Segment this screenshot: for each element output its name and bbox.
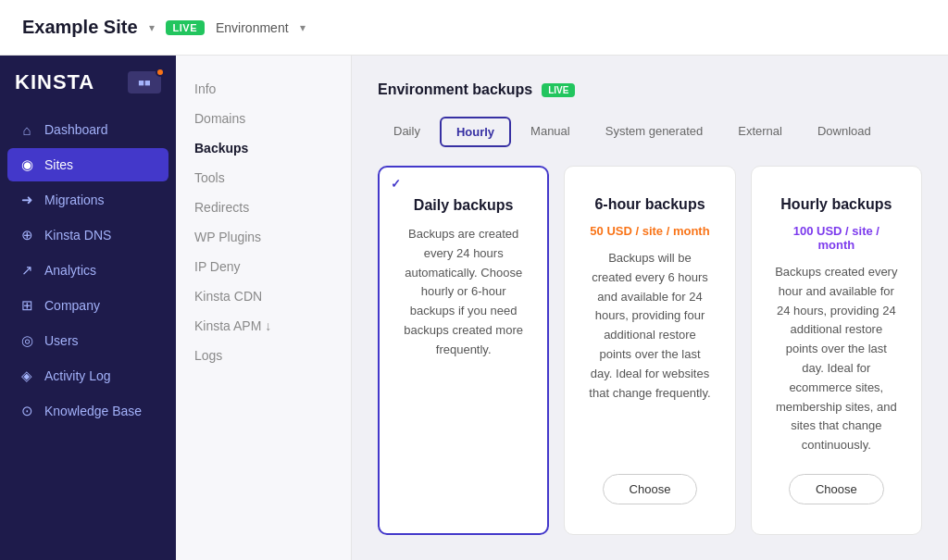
top-bar: Example Site ▾ LIVE Environment ▾	[0, 0, 948, 56]
env-chevron-icon[interactable]: ▾	[300, 21, 306, 34]
title-chevron-icon[interactable]: ▾	[149, 21, 155, 34]
sidebar-item-analytics[interactable]: ↗ Analytics	[7, 254, 168, 287]
users-icon: ◎	[19, 332, 35, 349]
avatar: ■■	[128, 71, 161, 93]
tab-external[interactable]: External	[722, 117, 798, 147]
env-label: Environment	[216, 20, 289, 35]
page-title: Example Site	[22, 17, 138, 38]
sidebar-item-label: Migrations	[44, 193, 105, 207]
sidebar-item-label: Kinsta DNS	[44, 228, 111, 243]
secondary-nav-redirects[interactable]: Redirects	[176, 193, 351, 222]
secondary-nav-ip-deny[interactable]: IP Deny	[176, 252, 351, 281]
section-header: Environment backups LIVE	[378, 81, 922, 98]
sidebar-nav: ⌂ Dashboard ◉ Sites ➜ Migrations ⊕ Kinst…	[0, 113, 176, 428]
card-six-hour-price: 50 USD / site / month	[590, 224, 709, 238]
secondary-sidebar: Info Domains Backups Tools Redirects WP …	[176, 56, 352, 560]
backup-cards: Daily backups Backups are created every …	[378, 166, 922, 535]
sidebar-item-label: Knowledge Base	[44, 404, 142, 418]
secondary-nav-logs[interactable]: Logs	[176, 341, 351, 370]
secondary-nav-domains[interactable]: Domains	[176, 104, 351, 133]
sidebar-item-label: Analytics	[44, 263, 96, 278]
card-hourly-title: Hourly backups	[780, 196, 892, 213]
secondary-nav-backups[interactable]: Backups	[176, 133, 351, 163]
sidebar-logo: KINSTA ■■	[0, 70, 176, 113]
sidebar-item-label: Activity Log	[44, 368, 111, 383]
card-daily-title: Daily backups	[414, 197, 514, 214]
sidebar-item-kinsta-dns[interactable]: ⊕ Kinsta DNS	[7, 218, 168, 252]
knowledge-base-icon: ⊙	[19, 403, 35, 419]
logo-text: KINSTA	[15, 70, 94, 94]
dns-icon: ⊕	[19, 227, 35, 243]
sidebar-item-knowledge-base[interactable]: ⊙ Knowledge Base	[7, 394, 168, 428]
dashboard-icon: ⌂	[19, 121, 35, 138]
migrations-icon: ➜	[19, 192, 35, 208]
content-area: Environment backups LIVE Daily Hourly Ma…	[352, 56, 948, 560]
card-six-hour: 6-hour backups 50 USD / site / month Bac…	[564, 166, 735, 535]
notification-dot	[156, 68, 165, 77]
choose-six-hour-button[interactable]: Choose	[603, 474, 698, 504]
card-hourly-price: 100 USD / site / month	[774, 224, 899, 252]
sidebar-item-dashboard[interactable]: ⌂ Dashboard	[7, 113, 168, 146]
sidebar-item-label: Sites	[44, 157, 73, 172]
tab-download[interactable]: Download	[802, 117, 887, 147]
sidebar-item-company[interactable]: ⊞ Company	[7, 289, 168, 322]
analytics-icon: ↗	[19, 262, 35, 279]
env-backups-live-badge: LIVE	[542, 83, 575, 97]
sidebar: KINSTA ■■ ⌂ Dashboard ◉ Sites ➜ Migratio…	[0, 56, 176, 560]
company-icon: ⊞	[19, 297, 35, 314]
card-hourly-desc: Backups created every hour and available…	[774, 263, 899, 455]
sidebar-item-users[interactable]: ◎ Users	[7, 324, 168, 357]
tab-daily[interactable]: Daily	[378, 117, 436, 147]
card-hourly: Hourly backups 100 USD / site / month Ba…	[751, 166, 922, 535]
choose-hourly-button[interactable]: Choose	[789, 474, 884, 504]
sidebar-item-activity-log[interactable]: ◈ Activity Log	[7, 359, 168, 392]
backup-tabs: Daily Hourly Manual System generated Ext…	[378, 117, 922, 147]
tab-system-generated[interactable]: System generated	[590, 117, 719, 147]
live-status-badge: LIVE	[166, 20, 205, 35]
secondary-nav-info[interactable]: Info	[176, 74, 351, 104]
secondary-nav-kinsta-cdn[interactable]: Kinsta CDN	[176, 281, 351, 311]
card-six-hour-title: 6-hour backups	[594, 196, 705, 213]
secondary-nav-wp-plugins[interactable]: WP Plugins	[176, 222, 351, 252]
tab-hourly[interactable]: Hourly	[440, 117, 511, 147]
card-daily: Daily backups Backups are created every …	[378, 166, 549, 535]
sidebar-item-label: Users	[44, 333, 79, 348]
section-title: Environment backups	[378, 81, 532, 98]
card-six-hour-desc: Backups will be created every 6 hours an…	[587, 249, 712, 403]
secondary-nav-tools[interactable]: Tools	[176, 163, 351, 193]
sites-icon: ◉	[19, 156, 35, 173]
sidebar-item-migrations[interactable]: ➜ Migrations	[7, 183, 168, 217]
card-daily-desc: Backups are created every 24 hours autom…	[402, 225, 525, 360]
sidebar-item-label: Dashboard	[44, 122, 108, 137]
tab-manual[interactable]: Manual	[515, 117, 586, 147]
secondary-nav-kinsta-apm[interactable]: Kinsta APM ↓	[176, 311, 351, 341]
sidebar-item-label: Company	[44, 298, 100, 313]
sidebar-item-sites[interactable]: ◉ Sites	[7, 148, 168, 181]
activity-log-icon: ◈	[19, 367, 35, 384]
